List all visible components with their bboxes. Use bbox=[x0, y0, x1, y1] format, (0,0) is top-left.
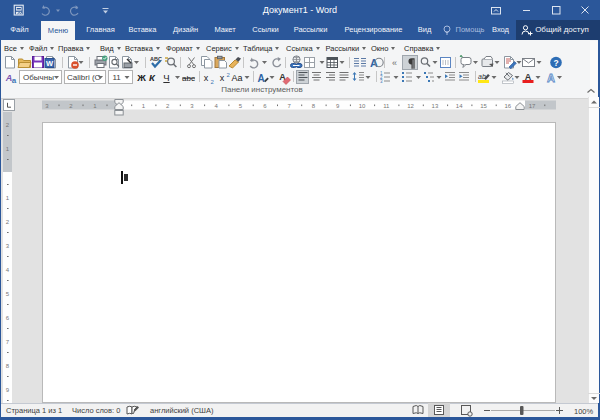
svg-text:Calibri (О: Calibri (О bbox=[67, 73, 101, 82]
svg-text:К: К bbox=[149, 72, 156, 83]
svg-text:3: 3 bbox=[380, 79, 383, 84]
svg-text:А: А bbox=[257, 73, 264, 84]
svg-text:Aa: Aa bbox=[231, 73, 242, 83]
svg-text:11: 11 bbox=[113, 73, 122, 82]
svg-text:2: 2 bbox=[211, 79, 215, 85]
svg-text:12: 12 bbox=[407, 103, 414, 109]
svg-text:11: 11 bbox=[383, 103, 390, 109]
svg-text:А: А bbox=[547, 72, 555, 84]
svg-text:2: 2 bbox=[227, 72, 231, 78]
svg-text:10: 10 bbox=[359, 103, 366, 109]
svg-text:Ч: Ч bbox=[163, 72, 169, 83]
svg-text:16: 16 bbox=[504, 103, 511, 109]
svg-text:14: 14 bbox=[456, 103, 463, 109]
svg-text:?: ? bbox=[553, 58, 558, 68]
svg-text:«: « bbox=[392, 58, 397, 68]
svg-text:x: x bbox=[220, 73, 225, 83]
svg-text:17: 17 bbox=[529, 103, 536, 109]
svg-text:13: 13 bbox=[432, 103, 439, 109]
svg-text:x: x bbox=[204, 73, 209, 83]
svg-text:15: 15 bbox=[480, 103, 487, 109]
svg-text:100%: 100% bbox=[574, 407, 594, 416]
svg-text:Обычны: Обычны bbox=[23, 73, 54, 82]
svg-text:W: W bbox=[46, 59, 54, 68]
svg-text:Ж: Ж bbox=[136, 72, 146, 83]
svg-text:abc: abc bbox=[182, 74, 195, 83]
svg-text:а: а bbox=[12, 76, 17, 85]
